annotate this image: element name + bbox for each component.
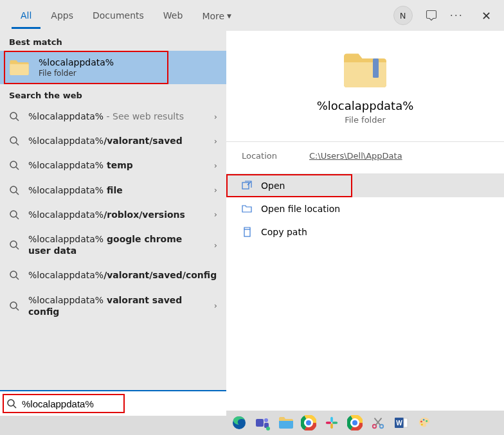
chevron-right-icon: ›: [214, 136, 217, 146]
svg-line-7: [16, 192, 19, 195]
svg-point-47: [420, 421, 422, 423]
action-open-location[interactable]: Open file location: [226, 197, 504, 220]
svg-point-48: [423, 419, 425, 421]
web-result-0[interactable]: %localappdata% - See web results ›: [0, 104, 226, 129]
preview-header: %localappdata% File folder: [226, 31, 504, 138]
svg-rect-46: [404, 418, 408, 427]
tab-documents[interactable]: Documents: [84, 3, 153, 29]
location-link[interactable]: C:\Users\Dell\AppData: [309, 151, 402, 161]
taskbar-left: [0, 416, 226, 435]
tab-web[interactable]: Web: [154, 3, 192, 29]
search-icon: [9, 185, 19, 195]
best-match-item[interactable]: %localappdata% File folder: [4, 51, 168, 84]
svg-point-0: [10, 112, 17, 119]
svg-point-6: [10, 186, 17, 193]
action-open-label: Open: [261, 181, 285, 191]
svg-line-1: [16, 118, 19, 121]
taskbar-explorer[interactable]: [276, 414, 294, 432]
web-result-1[interactable]: %localappdata%/valorant/saved ›: [0, 129, 226, 153]
taskbar-paint[interactable]: [415, 414, 433, 432]
svg-point-2: [10, 137, 17, 143]
search-icon: [9, 240, 19, 250]
taskbar-word[interactable]: W: [392, 414, 410, 432]
filter-tabs: All Apps Documents Web More▼: [12, 3, 240, 29]
svg-point-49: [426, 420, 428, 422]
titlebar: All Apps Documents Web More▼ N ··· ✕: [0, 0, 504, 31]
web-result-text: %localappdata% file: [28, 184, 205, 196]
taskbar-teams[interactable]: [253, 414, 271, 432]
search-icon: [9, 301, 19, 311]
svg-line-3: [16, 143, 19, 145]
web-result-5[interactable]: %localappdata% google chrome user data ›: [0, 227, 226, 263]
svg-point-12: [10, 271, 17, 278]
tab-more[interactable]: More▼: [193, 3, 240, 29]
location-label: Location: [242, 151, 277, 161]
web-result-text: %localappdata% temp: [28, 159, 205, 171]
web-result-4[interactable]: %localappdata%/roblox/versions ›: [0, 202, 226, 227]
copy-icon: [242, 227, 252, 237]
svg-point-50: [421, 423, 423, 425]
web-result-2[interactable]: %localappdata% temp ›: [0, 153, 226, 177]
close-button[interactable]: ✕: [476, 6, 496, 25]
svg-point-8: [10, 211, 17, 217]
preview-subtitle: File folder: [345, 115, 386, 125]
search-input[interactable]: [22, 398, 220, 409]
taskbar-slack[interactable]: [323, 414, 341, 432]
search-icon: [9, 136, 19, 146]
search-icon: [9, 160, 19, 170]
svg-rect-18: [244, 229, 250, 236]
web-result-text: %localappdata% valorant saved config: [28, 294, 205, 317]
folder-icon-large: [342, 50, 388, 90]
web-result-text: %localappdata%/valorant/saved/config: [28, 269, 217, 281]
taskbar-chrome-alt[interactable]: [346, 414, 364, 432]
titlebar-actions: N ··· ✕: [393, 6, 496, 25]
web-result-text: %localappdata% google chrome user data: [28, 233, 205, 256]
taskbar-chrome[interactable]: [300, 414, 318, 432]
svg-point-4: [10, 161, 17, 168]
svg-line-9: [16, 217, 19, 219]
action-copy-path[interactable]: Copy path: [226, 220, 504, 244]
feedback-icon[interactable]: [426, 10, 437, 21]
tab-apps[interactable]: Apps: [42, 3, 82, 29]
tab-all[interactable]: All: [12, 3, 40, 29]
svg-line-43: [375, 418, 381, 425]
web-result-text: %localappdata%/roblox/versions: [28, 209, 205, 220]
best-match-header: Best match: [0, 31, 226, 51]
open-icon: [242, 181, 252, 191]
svg-rect-34: [326, 422, 331, 424]
svg-rect-16: [373, 58, 379, 78]
svg-rect-17: [242, 182, 249, 189]
user-avatar[interactable]: N: [393, 6, 413, 25]
web-result-text: %localappdata%/valorant/saved: [28, 135, 205, 146]
chevron-right-icon: ›: [214, 209, 217, 219]
svg-point-14: [10, 302, 17, 308]
chevron-right-icon: ›: [214, 112, 217, 121]
taskbar-snip[interactable]: [369, 414, 387, 432]
search-bar[interactable]: [0, 390, 226, 416]
svg-point-23: [264, 418, 268, 422]
web-result-6[interactable]: %localappdata%/valorant/saved/config ›: [0, 263, 226, 287]
svg-point-25: [266, 427, 270, 431]
more-options-icon[interactable]: ···: [450, 10, 464, 22]
svg-line-20: [14, 405, 16, 408]
content-area: Best match %localappdata% File folder Se…: [0, 31, 504, 416]
svg-line-42: [375, 418, 381, 425]
web-result-3[interactable]: %localappdata% file ›: [0, 178, 226, 202]
svg-point-19: [8, 400, 14, 406]
best-match-title: %localappdata%: [39, 57, 114, 67]
results-pane: Best match %localappdata% File folder Se…: [0, 31, 226, 416]
chevron-down-icon: ▼: [227, 13, 231, 19]
svg-rect-33: [330, 423, 333, 429]
svg-point-39: [352, 420, 357, 425]
chevron-right-icon: ›: [214, 161, 217, 170]
best-match-text: %localappdata% File folder: [39, 57, 114, 78]
search-icon: [9, 209, 19, 220]
svg-line-13: [16, 277, 19, 280]
best-match-subtitle: File folder: [39, 69, 114, 78]
action-open[interactable]: Open: [226, 174, 352, 197]
taskbar-edge[interactable]: [230, 414, 248, 432]
svg-rect-22: [256, 419, 264, 427]
svg-line-15: [16, 308, 19, 310]
web-result-7[interactable]: %localappdata% valorant saved config ›: [0, 288, 226, 324]
chevron-right-icon: ›: [214, 301, 217, 310]
